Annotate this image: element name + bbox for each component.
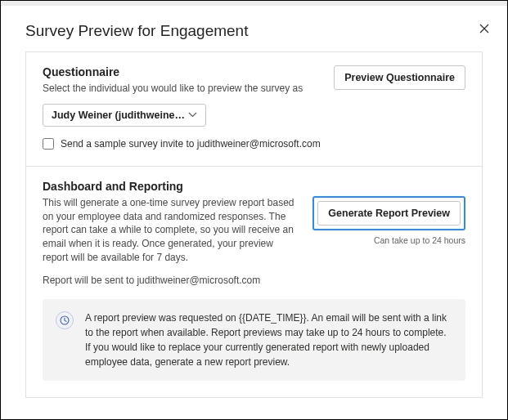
person-dropdown[interactable]: Judy Weiner (judithweiner… bbox=[43, 104, 206, 127]
clock-icon bbox=[56, 311, 74, 329]
dashboard-description: This will generate a one-time survey pre… bbox=[43, 196, 299, 265]
info-message-text: A report preview was requested on {{DATE… bbox=[85, 311, 452, 369]
sample-invite-checkbox-row[interactable]: Send a sample survey invite to judithwei… bbox=[43, 138, 465, 150]
person-dropdown-value: Judy Weiner (judithweiner… bbox=[52, 109, 188, 121]
sample-invite-label: Send a sample survey invite to judithwei… bbox=[61, 138, 321, 150]
close-icon bbox=[479, 22, 489, 36]
timing-note: Can take up to 24 hours bbox=[374, 235, 465, 245]
info-message-box: A report preview was requested on {{DATE… bbox=[43, 299, 465, 381]
report-sent-to: Report will be sent to judithweiner@micr… bbox=[43, 275, 299, 286]
dashboard-title: Dashboard and Reporting bbox=[43, 180, 465, 193]
dashboard-section: Dashboard and Reporting This will genera… bbox=[26, 167, 482, 397]
preview-questionnaire-button[interactable]: Preview Questionnaire bbox=[334, 65, 465, 90]
dialog-title: Survey Preview for Engagement bbox=[1, 6, 507, 51]
close-button[interactable] bbox=[478, 20, 491, 38]
questionnaire-subtitle: Select the individual you would like to … bbox=[43, 82, 321, 96]
chevron-down-icon bbox=[188, 112, 197, 118]
questionnaire-section: Questionnaire Select the individual you … bbox=[26, 52, 482, 167]
generate-button-highlight: Generate Report Preview bbox=[312, 196, 465, 230]
sample-invite-checkbox[interactable] bbox=[43, 138, 54, 150]
questionnaire-title: Questionnaire bbox=[43, 65, 321, 78]
generate-report-preview-button[interactable]: Generate Report Preview bbox=[317, 201, 461, 226]
